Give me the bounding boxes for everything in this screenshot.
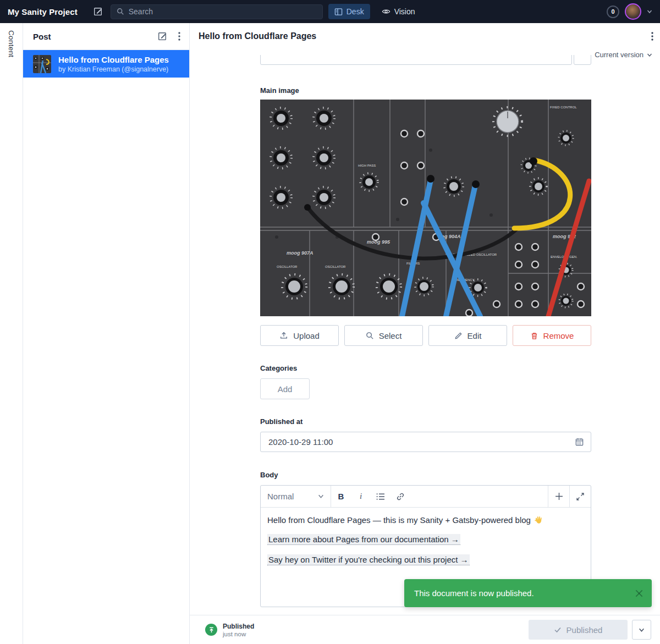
link-button[interactable] [391,486,410,507]
body-link-twitter[interactable]: Say hey on Twitter if you're checking ou… [267,554,470,565]
publish-menu-button[interactable] [632,620,651,640]
synthesizer-photo: moog 907Amoog 995 moog 904Amoog 902 HIGH… [260,100,591,316]
new-document-button[interactable] [93,7,103,16]
remove-button[interactable]: Remove [513,325,591,346]
content-rail: Content [0,23,23,644]
select-button[interactable]: Select [344,325,423,346]
project-title: My Sanity Project [8,7,78,16]
tab-vision-label: Vision [394,7,415,16]
navbar-right: 0 [607,3,652,20]
style-select[interactable]: Normal [261,486,331,507]
publish-status-title: Published [223,623,254,630]
remove-label: Remove [543,331,574,340]
pane-header: Post [23,23,189,50]
document-title: Hello from Cloudflare Pages [199,31,316,41]
svg-text:OSCILLATOR: OSCILLATOR [277,265,298,268]
avatar[interactable] [625,3,641,20]
search-icon [117,8,124,15]
published-at-value: 2020-10-29 11:00 [268,437,333,447]
content-rail-label[interactable]: Content [7,30,15,57]
body-paragraph: Hello from Cloudflare Pages — this is my… [267,515,584,525]
plus-icon [555,492,563,500]
pane-title: Post [33,32,51,41]
document-menu-button[interactable] [650,31,654,42]
eye-icon [382,7,391,16]
body-link-documentation[interactable]: Learn more about Pages from our document… [267,534,460,545]
search-placeholder: Search [129,7,153,16]
toolbar-spacer [410,486,548,507]
kebab-menu-icon [651,32,653,41]
slug-field-partial [260,55,591,65]
compose-icon [93,7,103,16]
tab-vision[interactable]: Vision [376,4,421,19]
edit-button[interactable]: Edit [428,325,507,346]
chevron-down-icon [318,493,324,499]
fullscreen-button[interactable] [569,486,591,507]
publish-status-time: just now [223,631,254,637]
svg-text:HIGH PASS: HIGH PASS [358,164,376,167]
document-editor-panel: Hello from Cloudflare Pages Current vers… [190,23,660,644]
chevron-down-icon[interactable] [647,9,652,14]
published-at-input[interactable]: 2020-10-29 11:00 [260,432,591,452]
document-footer: Published just now Published [190,615,660,644]
italic-button[interactable]: i [351,486,371,507]
field-label-main-image: Main image [260,86,591,95]
svg-text:OSCILLATOR: OSCILLATOR [325,265,346,268]
upload-icon [279,331,288,340]
bullet-list-button[interactable] [371,486,391,507]
svg-text:FIXED CONTROL: FIXED CONTROL [550,106,577,109]
trash-icon [530,332,538,340]
tab-desk-label: Desk [346,7,364,16]
published-status-icon [205,624,217,636]
document-item-subtitle: by Kristian Freeman (@signalnerve) [58,65,169,73]
compose-button[interactable] [156,30,168,42]
main-image-preview[interactable]: moog 907Amoog 995 moog 904Amoog 902 HIGH… [260,100,591,316]
bold-button[interactable]: B [331,486,351,507]
pencil-icon [454,332,463,340]
link-icon [396,492,405,501]
edit-label: Edit [468,331,482,340]
document-form: Main image [190,49,660,615]
add-category-button[interactable]: Add [260,378,310,399]
body-paragraph: Learn more about Pages from our document… [267,534,584,545]
editor-toolbar: Normal B i [261,486,591,508]
publish-toast: This document is now published. [404,579,652,607]
top-navbar: My Sanity Project Search Desk Vision 0 [0,0,660,23]
document-list-item[interactable]: Hello from Cloudflare Pages by Kristian … [23,50,189,78]
publish-button-label: Published [566,625,603,635]
insert-block-button[interactable] [548,486,569,507]
upload-button[interactable]: Upload [260,325,339,346]
image-actions: Upload Select Edit Remove [260,325,591,346]
search-input[interactable]: Search [111,4,323,19]
field-label-categories: Categories [260,364,591,372]
body-paragraph-text: Hello from Cloudflare Pages — this is my… [267,515,531,525]
chevron-down-icon [639,627,645,633]
desk-icon [334,8,343,16]
bullet-list-icon [376,493,385,500]
close-icon [634,588,644,598]
slug-input[interactable] [260,55,572,65]
document-item-title: Hello from Cloudflare Pages [58,55,169,64]
sanity-studio: My Sanity Project Search Desk Vision 0 C… [0,0,660,644]
body-editor-content[interactable]: Hello from Cloudflare Pages — this is my… [261,508,591,582]
style-select-value: Normal [267,492,294,501]
upload-label: Upload [293,331,320,340]
publish-button[interactable]: Published [529,620,628,640]
svg-text:moog 995: moog 995 [367,239,391,245]
notifications-badge[interactable]: 0 [607,5,619,18]
search-icon [366,332,374,340]
slug-generate-button[interactable] [574,55,591,65]
waving-hand-emoji [534,515,543,525]
compose-icon [157,31,167,41]
document-thumbnail [33,55,51,73]
field-label-body: Body [260,471,591,479]
calendar-icon[interactable] [575,437,584,447]
document-list-pane: Post Hello from Cloudflare Pages by Kris… [23,23,190,644]
field-label-published-at: Published at [260,417,591,426]
pane-menu-button[interactable] [177,31,182,42]
toast-close-button[interactable] [634,588,644,598]
tab-desk[interactable]: Desk [328,4,370,19]
document-header: Hello from Cloudflare Pages [190,23,660,49]
body-paragraph: Say hey on Twitter if you're checking ou… [267,554,584,565]
svg-text:moog 907A: moog 907A [287,250,314,256]
